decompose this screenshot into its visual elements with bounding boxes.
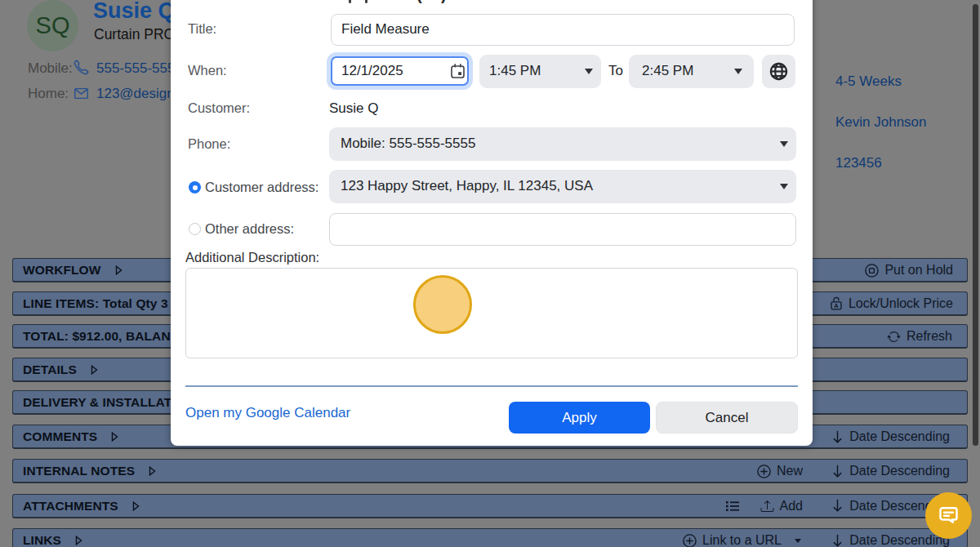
svg-text:A: A — [834, 302, 839, 309]
